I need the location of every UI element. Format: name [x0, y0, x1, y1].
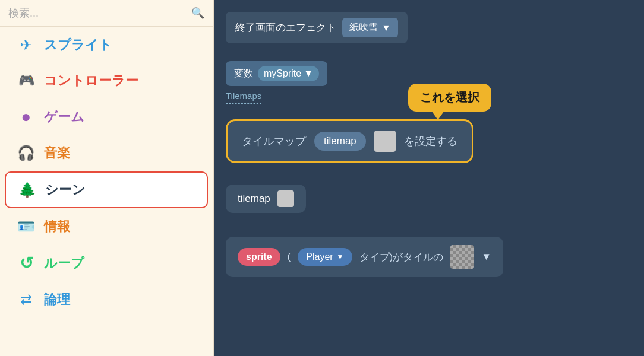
sidebar-items-list: ✈ スプライト 🎮 コントローラー ● ゲーム 🎧 音楽 🌲 シーン 🪪 [0, 27, 213, 356]
tooltip-bubble: これを選択 [408, 84, 491, 112]
tilemap-small-square[interactable] [277, 190, 294, 207]
effect-block: 終了画面のエフェクト 紙吹雪 ▼ [226, 12, 408, 43]
loop-icon: ↺ [17, 253, 36, 273]
sprite-block: sprite ( Player ▼ タイプ)がタイルの ▼ [226, 237, 503, 277]
logic-icon: ⇄ [17, 291, 36, 308]
mysprite-label: mySprite [264, 68, 301, 79]
checker-tile-selector[interactable] [450, 245, 474, 269]
effect-dropdown[interactable]: 紙吹雪 ▼ [342, 18, 398, 37]
sidebar-item-logic[interactable]: ⇄ 論理 [5, 282, 208, 317]
sidebar-label-loop: ループ [44, 255, 84, 272]
tilemaps-label: Tilemaps [226, 91, 261, 104]
tilemap-small-label: tilemap [238, 193, 270, 205]
search-icon[interactable]: 🔍 [191, 7, 204, 20]
open-paren: ( [288, 251, 291, 263]
tilemap-small-block[interactable]: tilemap [226, 185, 306, 213]
mysprite-dropdown[interactable]: mySprite ▼ [258, 66, 319, 81]
player-label: Player [306, 252, 333, 262]
info-icon: 🪪 [17, 218, 36, 235]
tilemap-pill-label: tilemap [324, 135, 356, 147]
chevron-down-icon: ▼ [381, 23, 391, 33]
effect-label: 終了画面のエフェクト [235, 21, 336, 34]
search-input-text: 検索... [8, 6, 187, 20]
tooltip-text: これを選択 [420, 91, 479, 104]
sidebar-item-scene[interactable]: 🌲 シーン [5, 171, 208, 208]
type-tile-label: タイプ)がタイルの [359, 250, 444, 264]
sidebar-item-sprite[interactable]: ✈ スプライト [5, 28, 208, 62]
player-dropdown[interactable]: Player ▼ [298, 248, 352, 266]
sidebar-item-info[interactable]: 🪪 情報 [5, 209, 208, 244]
main-content: 終了画面のエフェクト 紙吹雪 ▼ 変数 mySprite ▼ Tilemaps [214, 0, 644, 356]
sidebar-item-loop[interactable]: ↺ ループ [5, 245, 208, 281]
tilemap-square-selector[interactable] [374, 131, 396, 152]
effect-row: 終了画面のエフェクト 紙吹雪 ▼ [226, 12, 632, 53]
tilemap-small-row: tilemap [226, 185, 632, 225]
sidebar-label-music: 音楽 [44, 144, 70, 162]
sprite-keyword: sprite [238, 248, 280, 266]
sidebar-label-scene: シーン [45, 181, 86, 199]
music-icon: 🎧 [17, 145, 36, 161]
tilemap-set-prefix: タイルマップ [242, 134, 306, 148]
player-chevron-icon: ▼ [337, 253, 344, 261]
controller-icon: 🎮 [17, 73, 36, 88]
sidebar-label-game: ゲーム [44, 108, 84, 126]
app-container: 検索... 🔍 ✈ スプライト 🎮 コントローラー ● ゲーム 🎧 音楽 🌲 [0, 0, 644, 356]
tilemap-set-wrapper: これを選択 タイルマップ tilemap を設定する [226, 119, 473, 163]
tilemap-set-block[interactable]: タイルマップ tilemap を設定する [226, 119, 473, 163]
sprite-label: sprite [246, 252, 272, 262]
sprite-row: sprite ( Player ▼ タイプ)がタイルの ▼ [226, 237, 632, 277]
sidebar-item-music[interactable]: 🎧 音楽 [5, 136, 208, 170]
sprite-icon: ✈ [17, 37, 36, 53]
sidebar: 検索... 🔍 ✈ スプライト 🎮 コントローラー ● ゲーム 🎧 音楽 🌲 [0, 0, 214, 356]
sidebar-search-bar[interactable]: 検索... 🔍 [0, 0, 213, 27]
sidebar-label-logic: 論理 [44, 291, 70, 309]
sidebar-item-game[interactable]: ● ゲーム [5, 99, 208, 135]
variables-row: 変数 mySprite ▼ [226, 61, 632, 86]
variables-label: 変数 [234, 68, 253, 80]
checker-dropdown-btn[interactable]: ▼ [481, 251, 491, 263]
sidebar-label-sprite: スプライト [44, 36, 112, 54]
scene-icon: 🌲 [18, 182, 37, 198]
mysprite-chevron-icon: ▼ [304, 68, 313, 79]
variables-block: 変数 mySprite ▼ [226, 61, 327, 86]
tilemap-set-suffix: を設定する [404, 134, 457, 148]
sidebar-label-info: 情報 [44, 218, 70, 236]
tilemap-pill[interactable]: tilemap [314, 132, 366, 151]
sidebar-label-controller: コントローラー [44, 72, 138, 90]
sidebar-item-controller[interactable]: 🎮 コントローラー [5, 63, 208, 98]
effect-dropdown-value: 紙吹雪 [349, 21, 378, 34]
game-icon: ● [17, 107, 36, 126]
